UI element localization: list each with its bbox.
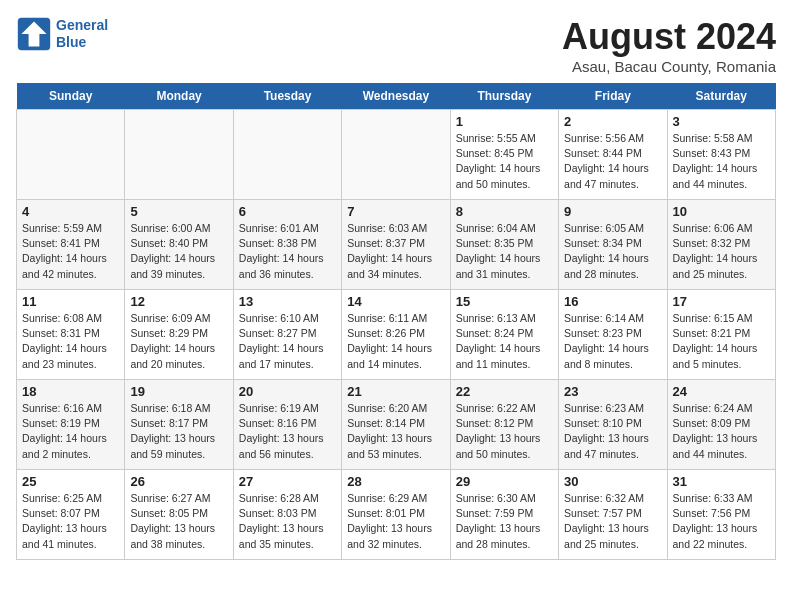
- cell-content: Sunrise: 5:58 AM Sunset: 8:43 PM Dayligh…: [673, 131, 770, 192]
- cell-content: Sunrise: 6:30 AM Sunset: 7:59 PM Dayligh…: [456, 491, 553, 552]
- cell-content: Sunrise: 6:15 AM Sunset: 8:21 PM Dayligh…: [673, 311, 770, 372]
- cell-content: Sunrise: 5:59 AM Sunset: 8:41 PM Dayligh…: [22, 221, 119, 282]
- week-row-2: 4Sunrise: 5:59 AM Sunset: 8:41 PM Daylig…: [17, 200, 776, 290]
- calendar-cell: 20Sunrise: 6:19 AM Sunset: 8:16 PM Dayli…: [233, 380, 341, 470]
- cell-content: Sunrise: 6:11 AM Sunset: 8:26 PM Dayligh…: [347, 311, 444, 372]
- cell-content: Sunrise: 6:06 AM Sunset: 8:32 PM Dayligh…: [673, 221, 770, 282]
- day-number: 11: [22, 294, 119, 309]
- day-number: 16: [564, 294, 661, 309]
- day-number: 20: [239, 384, 336, 399]
- calendar-cell: 12Sunrise: 6:09 AM Sunset: 8:29 PM Dayli…: [125, 290, 233, 380]
- day-number: 25: [22, 474, 119, 489]
- calendar-cell: 28Sunrise: 6:29 AM Sunset: 8:01 PM Dayli…: [342, 470, 450, 560]
- calendar-cell: 30Sunrise: 6:32 AM Sunset: 7:57 PM Dayli…: [559, 470, 667, 560]
- calendar-cell: 2Sunrise: 5:56 AM Sunset: 8:44 PM Daylig…: [559, 110, 667, 200]
- day-header-saturday: Saturday: [667, 83, 775, 110]
- day-number: 7: [347, 204, 444, 219]
- day-number: 15: [456, 294, 553, 309]
- cell-content: Sunrise: 6:24 AM Sunset: 8:09 PM Dayligh…: [673, 401, 770, 462]
- day-number: 30: [564, 474, 661, 489]
- cell-content: Sunrise: 6:01 AM Sunset: 8:38 PM Dayligh…: [239, 221, 336, 282]
- calendar-cell: 6Sunrise: 6:01 AM Sunset: 8:38 PM Daylig…: [233, 200, 341, 290]
- day-number: 4: [22, 204, 119, 219]
- day-number: 27: [239, 474, 336, 489]
- calendar-cell: 14Sunrise: 6:11 AM Sunset: 8:26 PM Dayli…: [342, 290, 450, 380]
- subtitle: Asau, Bacau County, Romania: [562, 58, 776, 75]
- header: General Blue August 2024 Asau, Bacau Cou…: [16, 16, 776, 75]
- calendar-cell: 8Sunrise: 6:04 AM Sunset: 8:35 PM Daylig…: [450, 200, 558, 290]
- cell-content: Sunrise: 6:03 AM Sunset: 8:37 PM Dayligh…: [347, 221, 444, 282]
- day-header-friday: Friday: [559, 83, 667, 110]
- day-number: 21: [347, 384, 444, 399]
- day-number: 14: [347, 294, 444, 309]
- title-area: August 2024 Asau, Bacau County, Romania: [562, 16, 776, 75]
- calendar-cell: 4Sunrise: 5:59 AM Sunset: 8:41 PM Daylig…: [17, 200, 125, 290]
- day-number: 6: [239, 204, 336, 219]
- day-number: 12: [130, 294, 227, 309]
- calendar-cell: 1Sunrise: 5:55 AM Sunset: 8:45 PM Daylig…: [450, 110, 558, 200]
- cell-content: Sunrise: 6:04 AM Sunset: 8:35 PM Dayligh…: [456, 221, 553, 282]
- week-row-1: 1Sunrise: 5:55 AM Sunset: 8:45 PM Daylig…: [17, 110, 776, 200]
- cell-content: Sunrise: 6:33 AM Sunset: 7:56 PM Dayligh…: [673, 491, 770, 552]
- day-number: 2: [564, 114, 661, 129]
- day-number: 10: [673, 204, 770, 219]
- day-number: 9: [564, 204, 661, 219]
- calendar-cell: 15Sunrise: 6:13 AM Sunset: 8:24 PM Dayli…: [450, 290, 558, 380]
- week-row-3: 11Sunrise: 6:08 AM Sunset: 8:31 PM Dayli…: [17, 290, 776, 380]
- calendar-cell: 21Sunrise: 6:20 AM Sunset: 8:14 PM Dayli…: [342, 380, 450, 470]
- day-number: 29: [456, 474, 553, 489]
- cell-content: Sunrise: 6:10 AM Sunset: 8:27 PM Dayligh…: [239, 311, 336, 372]
- day-number: 1: [456, 114, 553, 129]
- week-row-5: 25Sunrise: 6:25 AM Sunset: 8:07 PM Dayli…: [17, 470, 776, 560]
- cell-content: Sunrise: 6:32 AM Sunset: 7:57 PM Dayligh…: [564, 491, 661, 552]
- calendar-cell: 31Sunrise: 6:33 AM Sunset: 7:56 PM Dayli…: [667, 470, 775, 560]
- day-header-sunday: Sunday: [17, 83, 125, 110]
- cell-content: Sunrise: 6:09 AM Sunset: 8:29 PM Dayligh…: [130, 311, 227, 372]
- calendar-cell: 16Sunrise: 6:14 AM Sunset: 8:23 PM Dayli…: [559, 290, 667, 380]
- days-header-row: SundayMondayTuesdayWednesdayThursdayFrid…: [17, 83, 776, 110]
- cell-content: Sunrise: 6:14 AM Sunset: 8:23 PM Dayligh…: [564, 311, 661, 372]
- cell-content: Sunrise: 6:00 AM Sunset: 8:40 PM Dayligh…: [130, 221, 227, 282]
- cell-content: Sunrise: 5:55 AM Sunset: 8:45 PM Dayligh…: [456, 131, 553, 192]
- cell-content: Sunrise: 6:29 AM Sunset: 8:01 PM Dayligh…: [347, 491, 444, 552]
- cell-content: Sunrise: 5:56 AM Sunset: 8:44 PM Dayligh…: [564, 131, 661, 192]
- day-number: 18: [22, 384, 119, 399]
- calendar-cell: [17, 110, 125, 200]
- day-header-monday: Monday: [125, 83, 233, 110]
- cell-content: Sunrise: 6:18 AM Sunset: 8:17 PM Dayligh…: [130, 401, 227, 462]
- calendar-cell: [233, 110, 341, 200]
- calendar-cell: 9Sunrise: 6:05 AM Sunset: 8:34 PM Daylig…: [559, 200, 667, 290]
- calendar-table: SundayMondayTuesdayWednesdayThursdayFrid…: [16, 83, 776, 560]
- day-number: 3: [673, 114, 770, 129]
- day-number: 26: [130, 474, 227, 489]
- cell-content: Sunrise: 6:19 AM Sunset: 8:16 PM Dayligh…: [239, 401, 336, 462]
- week-row-4: 18Sunrise: 6:16 AM Sunset: 8:19 PM Dayli…: [17, 380, 776, 470]
- day-number: 17: [673, 294, 770, 309]
- cell-content: Sunrise: 6:28 AM Sunset: 8:03 PM Dayligh…: [239, 491, 336, 552]
- cell-content: Sunrise: 6:27 AM Sunset: 8:05 PM Dayligh…: [130, 491, 227, 552]
- calendar-cell: 11Sunrise: 6:08 AM Sunset: 8:31 PM Dayli…: [17, 290, 125, 380]
- day-number: 22: [456, 384, 553, 399]
- calendar-cell: [342, 110, 450, 200]
- calendar-cell: 13Sunrise: 6:10 AM Sunset: 8:27 PM Dayli…: [233, 290, 341, 380]
- calendar-cell: 27Sunrise: 6:28 AM Sunset: 8:03 PM Dayli…: [233, 470, 341, 560]
- cell-content: Sunrise: 6:20 AM Sunset: 8:14 PM Dayligh…: [347, 401, 444, 462]
- logo: General Blue: [16, 16, 108, 52]
- logo-line1: General: [56, 17, 108, 33]
- calendar-cell: 3Sunrise: 5:58 AM Sunset: 8:43 PM Daylig…: [667, 110, 775, 200]
- cell-content: Sunrise: 6:05 AM Sunset: 8:34 PM Dayligh…: [564, 221, 661, 282]
- calendar-cell: 17Sunrise: 6:15 AM Sunset: 8:21 PM Dayli…: [667, 290, 775, 380]
- calendar-cell: 19Sunrise: 6:18 AM Sunset: 8:17 PM Dayli…: [125, 380, 233, 470]
- day-number: 23: [564, 384, 661, 399]
- calendar-cell: 7Sunrise: 6:03 AM Sunset: 8:37 PM Daylig…: [342, 200, 450, 290]
- calendar-cell: 29Sunrise: 6:30 AM Sunset: 7:59 PM Dayli…: [450, 470, 558, 560]
- calendar-cell: 23Sunrise: 6:23 AM Sunset: 8:10 PM Dayli…: [559, 380, 667, 470]
- calendar-cell: [125, 110, 233, 200]
- day-header-wednesday: Wednesday: [342, 83, 450, 110]
- cell-content: Sunrise: 6:25 AM Sunset: 8:07 PM Dayligh…: [22, 491, 119, 552]
- cell-content: Sunrise: 6:22 AM Sunset: 8:12 PM Dayligh…: [456, 401, 553, 462]
- logo-line2: Blue: [56, 34, 86, 50]
- calendar-cell: 18Sunrise: 6:16 AM Sunset: 8:19 PM Dayli…: [17, 380, 125, 470]
- calendar-cell: 25Sunrise: 6:25 AM Sunset: 8:07 PM Dayli…: [17, 470, 125, 560]
- day-number: 24: [673, 384, 770, 399]
